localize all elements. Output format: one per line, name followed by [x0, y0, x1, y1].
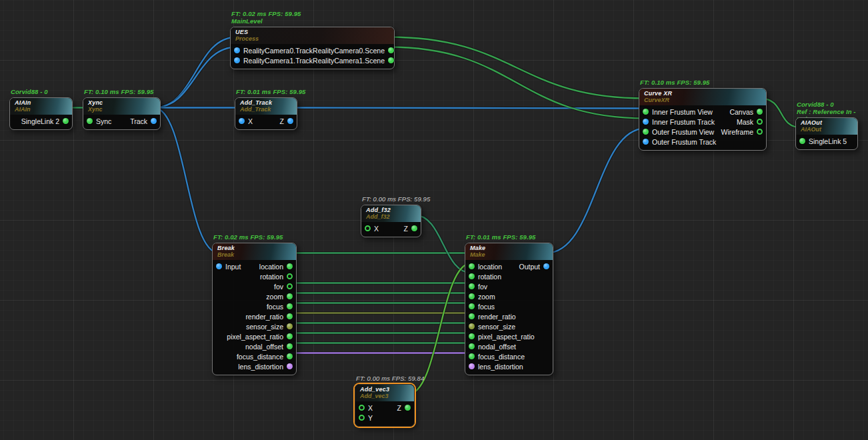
in-pin-focus[interactable]	[469, 303, 475, 309]
input-pin-label: rotation	[478, 273, 501, 281]
out-pin-realitycamera0-scene[interactable]	[388, 47, 394, 53]
input-pin: focus_distance	[469, 353, 525, 361]
in-pin-singlelink-5[interactable]	[799, 138, 805, 144]
node-Add_Track[interactable]: Add_TrackAdd_TrackXZ	[235, 97, 297, 130]
out-pin-output[interactable]	[543, 263, 549, 269]
input-pin: zoom	[469, 293, 495, 301]
out-pin-z[interactable]	[287, 118, 293, 124]
in-pin-sensor-size[interactable]	[469, 323, 475, 329]
in-pin-x[interactable]	[359, 405, 365, 411]
in-pin-rotation[interactable]	[469, 273, 475, 279]
output-pin-label: Output	[519, 263, 540, 271]
node-header[interactable]: UESProcess	[231, 27, 394, 44]
output-pin: Track	[130, 117, 157, 125]
node-header[interactable]: MakeMake	[465, 243, 553, 260]
node-title: Curve XR	[644, 90, 761, 97]
out-pin-mask[interactable]	[757, 119, 763, 125]
node-header[interactable]: Add_f32Add_f32	[361, 205, 421, 222]
pin-row: Outer Frustum ViewWireframe	[639, 127, 766, 137]
input-pin: X	[359, 404, 373, 412]
out-pin-focus-distance[interactable]	[287, 353, 293, 359]
out-pin-pixel-aspect-ratio[interactable]	[287, 333, 293, 339]
out-pin-track[interactable]	[151, 118, 157, 124]
in-pin-sync[interactable]	[87, 118, 93, 124]
out-pin-wireframe[interactable]	[757, 129, 763, 135]
in-pin-zoom[interactable]	[469, 293, 475, 299]
in-pin-lens-distortion[interactable]	[469, 363, 475, 369]
wire-Xync-to-UES[interactable]	[154, 37, 237, 108]
node-subtitle: CurveXR	[644, 97, 761, 103]
output-pin: Wireframe	[721, 128, 763, 136]
output-pin-label: lens_distortion	[238, 363, 283, 371]
pin-rows: Inputlocationrotationfovzoomfocusrender_…	[213, 260, 296, 375]
node-header[interactable]: AIAOutAIAOut	[796, 118, 857, 135]
output-pin-label: SingleLink 2	[21, 117, 59, 125]
in-pin-outer-frustum-track[interactable]	[643, 139, 649, 145]
pin-row: XZ	[235, 116, 297, 126]
wire-UES-to-CurveXR[interactable]	[388, 37, 646, 99]
out-pin-fov[interactable]	[287, 283, 293, 289]
node-title: Xync	[88, 99, 155, 106]
out-pin-rotation[interactable]	[287, 273, 293, 279]
in-pin-location[interactable]	[469, 263, 475, 269]
wire-layer	[0, 0, 868, 440]
out-pin-location[interactable]	[287, 263, 293, 269]
in-pin-x[interactable]	[365, 225, 371, 231]
in-pin-inner-frustum-track[interactable]	[643, 119, 649, 125]
node-UES[interactable]: UESProcessRealityCamera0.TrackRealityCam…	[230, 27, 395, 69]
wire-Add_Track-to-CurveXR[interactable]	[291, 108, 646, 109]
node-Add_vec3[interactable]: Add_vec3Add_vec3XZY	[355, 384, 415, 427]
node-header[interactable]: Add_TrackAdd_Track	[235, 98, 297, 115]
node-Make[interactable]: MakeMakelocationOutputrotationfovzoomfoc…	[465, 243, 553, 375]
node-graph-canvas[interactable]: Corvid88 - 0FT: 0.10 ms FPS: 59.95FT: 0.…	[0, 0, 868, 440]
in-pin-input[interactable]	[216, 263, 222, 269]
pin-rows: RealityCamera0.TrackRealityCamera0.Scene…	[231, 44, 394, 69]
node-header[interactable]: XyncXync	[83, 98, 160, 115]
pin-row: locationOutput	[465, 261, 553, 271]
out-pin-render-ratio[interactable]	[287, 313, 293, 319]
in-pin-realitycamera1-track[interactable]	[234, 57, 240, 63]
out-pin-focus[interactable]	[287, 303, 293, 309]
output-pin-label: location	[259, 263, 283, 271]
wire-Add_f32-to-Make[interactable]	[415, 215, 472, 273]
wire-Make-to-CurveXR[interactable]	[547, 129, 646, 253]
in-pin-focus-distance[interactable]	[469, 353, 475, 359]
node-header[interactable]: Add_vec3Add_vec3	[355, 385, 414, 401]
output-pin-label: RealityCamera1.Scene	[313, 57, 385, 65]
node-Add_f32[interactable]: Add_f32Add_f32XZ	[361, 205, 421, 237]
node-Xync[interactable]: XyncXyncSyncTrack	[83, 97, 161, 130]
in-pin-outer-frustum-view[interactable]	[643, 129, 649, 135]
node-CurveXR[interactable]: Curve XRCurveXRInner Frustum ViewCanvasI…	[639, 88, 767, 151]
in-pin-realitycamera0-track[interactable]	[234, 47, 240, 53]
in-pin-fov[interactable]	[469, 283, 475, 289]
in-pin-x[interactable]	[239, 118, 245, 124]
pin-row: XZ	[361, 223, 421, 233]
node-AIAIn[interactable]: AIAInAIAInSingleLink 2	[9, 97, 73, 130]
pin-row: rotation	[465, 271, 553, 281]
out-pin-lens-distortion[interactable]	[287, 363, 293, 369]
in-pin-render-ratio[interactable]	[469, 313, 475, 319]
in-pin-y[interactable]	[359, 415, 365, 421]
out-pin-singlelink-2[interactable]	[63, 118, 69, 124]
node-header[interactable]: BreakBreak	[213, 243, 296, 260]
node-header[interactable]: Curve XRCurveXR	[639, 89, 766, 105]
out-pin-z[interactable]	[405, 405, 411, 411]
pin-row: nodal_offset	[213, 341, 296, 351]
in-pin-nodal-offset[interactable]	[469, 343, 475, 349]
out-pin-realitycamera1-scene[interactable]	[388, 57, 394, 63]
in-pin-inner-frustum-view[interactable]	[643, 109, 649, 115]
out-pin-zoom[interactable]	[287, 293, 293, 299]
pin-rows: SingleLink 2	[10, 115, 72, 129]
input-pin-label: zoom	[478, 293, 495, 301]
output-pin: sensor_size	[246, 323, 293, 331]
node-AIAOut[interactable]: AIAOutAIAOutSingleLink 5	[795, 117, 858, 150]
node-header[interactable]: AIAInAIAIn	[10, 98, 72, 115]
out-pin-z[interactable]	[411, 225, 417, 231]
wire-Xync-to-Break[interactable]	[154, 108, 219, 253]
out-pin-canvas[interactable]	[757, 109, 763, 115]
wire-Xync-to-UES[interactable]	[154, 47, 237, 108]
node-Break[interactable]: BreakBreakInputlocationrotationfovzoomfo…	[212, 243, 297, 375]
out-pin-nodal-offset[interactable]	[287, 343, 293, 349]
out-pin-sensor-size[interactable]	[287, 323, 293, 329]
in-pin-pixel-aspect-ratio[interactable]	[469, 333, 475, 339]
